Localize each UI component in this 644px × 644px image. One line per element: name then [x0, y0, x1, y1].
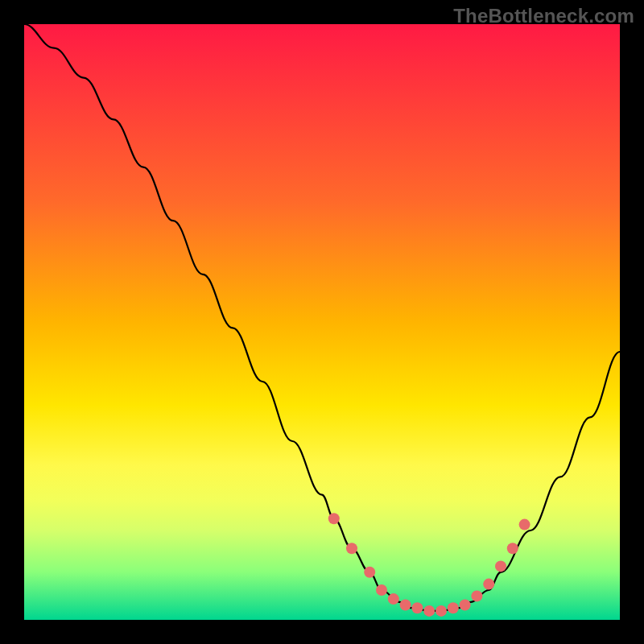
highlight-marker [507, 543, 518, 554]
highlight-marker [519, 519, 530, 530]
highlight-marker [376, 584, 387, 596]
highlight-marker [483, 579, 494, 590]
highlight-marker [436, 605, 447, 617]
chart-container: TheBottleneck.com [0, 0, 644, 644]
highlight-marker [460, 600, 471, 611]
highlight-marker [346, 543, 357, 554]
highlight-markers [328, 513, 530, 617]
highlight-marker [448, 602, 459, 613]
curve-overlay [24, 24, 620, 620]
highlight-marker [328, 513, 340, 524]
highlight-marker [495, 560, 506, 572]
bottleneck-curve [24, 24, 620, 611]
highlight-marker [400, 600, 411, 611]
highlight-marker [364, 567, 375, 578]
highlight-marker [411, 602, 423, 613]
highlight-marker [423, 605, 435, 617]
highlight-marker [471, 590, 482, 601]
highlight-marker [388, 593, 399, 605]
plot-area [24, 24, 620, 620]
